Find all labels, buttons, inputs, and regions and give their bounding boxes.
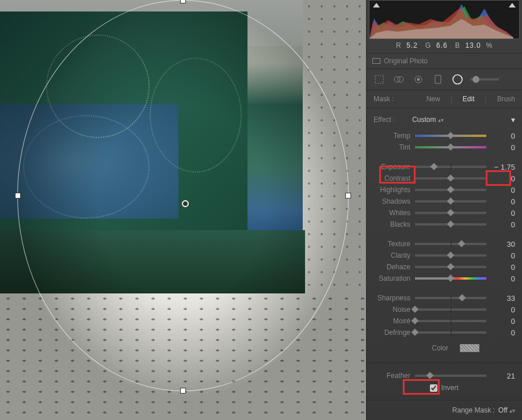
svg-rect-0 [375,75,383,83]
mask-edit[interactable]: Edit [463,95,475,103]
color-label: Color [374,344,448,352]
crop-tool-icon[interactable] [372,72,386,86]
mask-label: Mask : [374,95,416,103]
brush-size-slider[interactable] [470,78,516,81]
photo-content [0,0,366,420]
panel-collapse-icon[interactable]: ▾ [511,115,515,124]
effect-dropdown[interactable]: Custom▴▾ [412,116,444,124]
radial-filter-icon[interactable] [451,72,464,86]
svg-point-4 [417,78,420,81]
svg-point-1 [394,77,400,82]
radial-center-pin[interactable] [182,200,189,207]
redeye-tool-icon[interactable] [411,72,425,86]
saturation-slider[interactable]: Saturation 0 [374,273,515,284]
tool-strip [367,69,522,90]
mask-new[interactable]: New [426,95,440,103]
color-swatch[interactable] [460,344,479,352]
texture-slider[interactable]: Texture 30 [374,238,515,250]
dehaze-slider[interactable]: Dehaze 0 [374,261,515,273]
develop-panel: R 5.2 G 6.6 B 13.0 % Original Photo Mask… [366,0,522,420]
feather-slider[interactable]: Feather 21 [374,370,515,381]
shadows-slider[interactable]: Shadows 0 [374,196,515,207]
original-photo-toggle[interactable]: Original Photo [367,53,522,69]
svg-point-6 [453,75,462,84]
spot-removal-icon[interactable] [392,72,406,86]
before-after-icon [372,58,380,64]
invert-label[interactable]: Invert [441,384,458,392]
histogram[interactable] [369,0,520,39]
moire-slider[interactable]: Moiré 0 [374,315,515,327]
whites-slider[interactable]: Whites 0 [374,207,515,219]
highlights-slider[interactable]: Highlights 0 [374,184,515,196]
sharpness-slider[interactable]: Sharpness 33 [374,292,515,304]
graduated-filter-icon[interactable] [431,72,445,86]
exposure-slider[interactable]: Exposure − 1.75 [374,161,515,173]
svg-point-2 [398,77,403,82]
blacks-slider[interactable]: Blacks 0 [374,219,515,230]
mask-brush[interactable]: Brush [497,95,515,103]
photo-canvas[interactable] [0,0,366,420]
defringe-slider[interactable]: Defringe 0 [374,327,515,338]
clarity-slider[interactable]: Clarity 0 [374,250,515,261]
histogram-readout: R 5.2 G 6.6 B 13.0 % [367,39,522,53]
svg-rect-5 [435,75,441,83]
invert-checkbox[interactable] [430,384,437,392]
effect-label: Effect : [374,116,395,124]
temp-slider[interactable]: Temp 0 [374,130,515,142]
range-mask-label: Range Mask : [452,406,495,414]
noise-slider[interactable]: Noise 0 [374,304,515,315]
range-mask-dropdown[interactable]: Off ▴▾ [498,406,515,414]
tint-slider[interactable]: Tint 0 [374,142,515,153]
contrast-slider[interactable]: Contrast 0 [374,173,515,184]
